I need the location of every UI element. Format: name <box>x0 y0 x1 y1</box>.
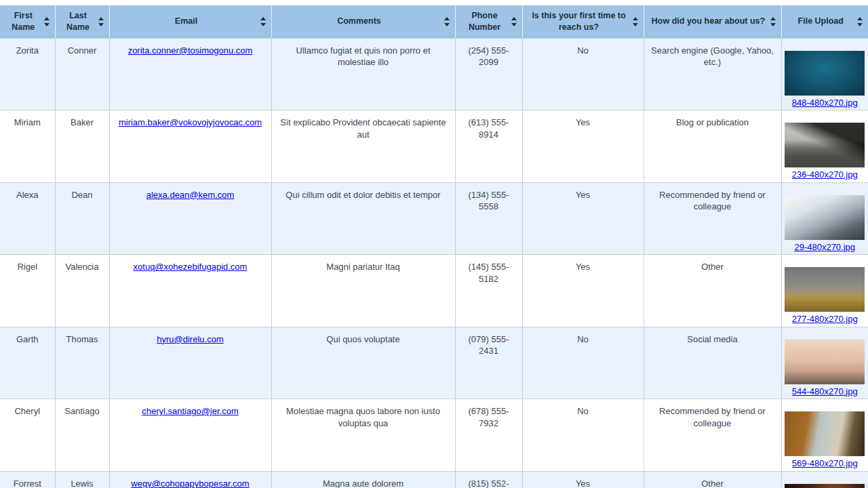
cell-first-name: Rigel <box>0 255 55 327</box>
file-thumbnail[interactable] <box>785 340 865 384</box>
cell-email: wegy@cohopapybopesar.com <box>109 471 271 488</box>
email-link[interactable]: cheryl.santiago@jer.com <box>142 406 239 416</box>
sort-icon[interactable] <box>633 16 639 27</box>
file-link[interactable]: 29-480x270.jpg <box>794 242 855 252</box>
column-label: Comments <box>337 16 381 26</box>
sort-icon[interactable] <box>770 16 776 27</box>
cell-phone: (079) 555-2431 <box>455 327 522 399</box>
cell-file-upload <box>781 471 868 488</box>
file-thumbnail[interactable] <box>785 51 865 96</box>
cell-phone: (678) 555-7932 <box>455 399 522 472</box>
email-link[interactable]: alexa.dean@kem.com <box>146 190 235 200</box>
email-link[interactable]: xotuq@xohezebifugapid.com <box>134 262 248 272</box>
column-label: Email <box>175 16 197 26</box>
cell-first-name: Alexa <box>0 182 55 255</box>
cell-last-name: Conner <box>55 38 109 110</box>
cell-first-time: No <box>522 399 644 472</box>
sort-icon[interactable] <box>260 16 267 27</box>
sort-icon[interactable] <box>44 16 50 27</box>
cell-comments: Qui cillum odit et dolor debitis et temp… <box>271 182 455 255</box>
cell-comments: Molestiae magna quos labore non iusto vo… <box>271 399 455 472</box>
file-thumbnail[interactable] <box>785 195 865 240</box>
column-header-how-did-you-hear[interactable]: How did you hear about us? <box>644 5 781 38</box>
cell-phone: (254) 555-2099 <box>455 38 522 110</box>
file-link[interactable]: 544-480x270.jpg <box>792 386 858 396</box>
sort-icon[interactable] <box>857 16 863 27</box>
cell-email: hyru@direlu.com <box>109 327 271 399</box>
cell-file-upload: 848-480x270.jpg <box>781 38 868 110</box>
cell-first-name: Miriam <box>0 110 55 183</box>
file-thumbnail[interactable] <box>785 123 865 167</box>
cell-phone: (815) 552-2739 <box>455 471 522 488</box>
email-link[interactable]: hyru@direlu.com <box>157 334 223 344</box>
cell-email: cheryl.santiago@jer.com <box>109 399 271 472</box>
table-row: Rigel Valencia xotuq@xohezebifugapid.com… <box>0 255 868 327</box>
cell-first-name: Zorita <box>0 38 55 110</box>
cell-last-name: Dean <box>55 182 109 255</box>
cell-file-upload: 29-480x270.jpg <box>781 182 868 255</box>
email-link[interactable]: zorita.conner@tosimogonu.com <box>128 45 253 56</box>
cell-email: xotuq@xohezebifugapid.com <box>109 255 271 327</box>
cell-last-name: Valencia <box>55 255 109 327</box>
table-row: Zorita Conner zorita.conner@tosimogonu.c… <box>0 38 868 110</box>
sort-icon[interactable] <box>98 16 104 27</box>
cell-first-name: Cheryl <box>0 399 55 472</box>
column-label: How did you hear about us? <box>652 16 765 26</box>
cell-heard-from: Recommended by friend or colleague <box>644 399 781 472</box>
cell-first-time: No <box>522 38 644 110</box>
file-link[interactable]: 848-480x270.jpg <box>792 98 858 108</box>
cell-heard-from: Social media <box>644 327 781 399</box>
file-link[interactable]: 277-480x270.jpg <box>792 314 858 324</box>
cell-heard-from: Blog or publication <box>644 110 781 183</box>
cell-phone: (145) 555-5182 <box>455 255 522 327</box>
page: First Name Last Name Email Comments Phon… <box>0 0 868 488</box>
cell-first-time: Yes <box>522 255 644 327</box>
file-thumbnail[interactable] <box>785 484 865 488</box>
sort-icon[interactable] <box>444 16 450 27</box>
email-link[interactable]: wegy@cohopapybopesar.com <box>131 479 249 488</box>
column-label: First Name <box>12 11 35 32</box>
file-link[interactable]: 236-480x270.jpg <box>792 169 858 180</box>
cell-first-time: Yes <box>522 110 644 183</box>
cell-first-time: No <box>522 327 644 399</box>
table-row: Cheryl Santiago cheryl.santiago@jer.com … <box>0 399 868 472</box>
email-link[interactable]: miriam.baker@vokovojyjovocac.com <box>119 117 262 127</box>
cell-comments: Magna aute dolorem <box>271 471 455 488</box>
cell-email: zorita.conner@tosimogonu.com <box>109 38 271 110</box>
table-header: First Name Last Name Email Comments Phon… <box>0 5 868 38</box>
table-row: Forrest Lewis wegy@cohopapybopesar.com M… <box>0 471 868 488</box>
cell-last-name: Santiago <box>55 399 109 472</box>
column-header-comments[interactable]: Comments <box>271 5 455 38</box>
column-header-file-upload[interactable]: File Upload <box>781 5 868 38</box>
column-header-first-name[interactable]: First Name <box>0 5 55 38</box>
cell-phone: (613) 555-8914 <box>455 110 522 183</box>
file-link[interactable]: 569-480x270.jpg <box>792 458 858 468</box>
file-thumbnail[interactable] <box>785 267 865 312</box>
cell-first-time: Yes <box>522 471 644 488</box>
cell-comments: Sit explicabo Provident obcaecati sapien… <box>271 110 455 183</box>
cell-heard-from: Other <box>644 255 781 327</box>
column-header-first-time[interactable]: Is this your first time to reach us? <box>522 5 644 38</box>
cell-file-upload: 569-480x270.jpg <box>781 399 868 472</box>
column-header-last-name[interactable]: Last Name <box>55 5 109 38</box>
column-label: Last Name <box>66 11 90 32</box>
table-body: Zorita Conner zorita.conner@tosimogonu.c… <box>0 38 868 488</box>
header-row: First Name Last Name Email Comments Phon… <box>0 5 868 38</box>
cell-first-name: Garth <box>0 327 55 399</box>
cell-phone: (134) 555-5558 <box>455 182 522 255</box>
cell-email: miriam.baker@vokovojyjovocac.com <box>109 110 271 183</box>
cell-comments: Qui quos voluptate <box>271 327 455 399</box>
column-label: Phone Number <box>469 11 500 32</box>
table-row: Alexa Dean alexa.dean@kem.com Qui cillum… <box>0 182 868 255</box>
column-label: Is this your first time to reach us? <box>532 11 625 32</box>
column-header-phone-number[interactable]: Phone Number <box>455 5 522 38</box>
cell-file-upload: 236-480x270.jpg <box>781 110 868 183</box>
cell-comments: Magni pariatur Itaq <box>271 255 455 327</box>
sort-icon[interactable] <box>511 16 517 27</box>
cell-heard-from: Other <box>644 471 781 488</box>
cell-heard-from: Recommended by friend or colleague <box>644 182 781 255</box>
column-label: File Upload <box>798 16 844 26</box>
table-row: Miriam Baker miriam.baker@vokovojyjovoca… <box>0 110 868 183</box>
column-header-email[interactable]: Email <box>109 5 271 38</box>
file-thumbnail[interactable] <box>785 411 865 456</box>
